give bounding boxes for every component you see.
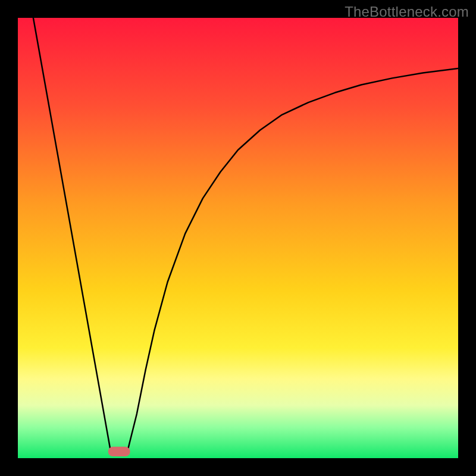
chart-svg (18, 18, 458, 458)
plot-area (18, 18, 458, 458)
watermark-text: TheBottleneck.com (345, 4, 469, 20)
gradient-background (18, 18, 458, 458)
chart-container: TheBottleneck.com (0, 0, 476, 476)
marker-group (108, 447, 130, 456)
target-marker (108, 447, 130, 456)
